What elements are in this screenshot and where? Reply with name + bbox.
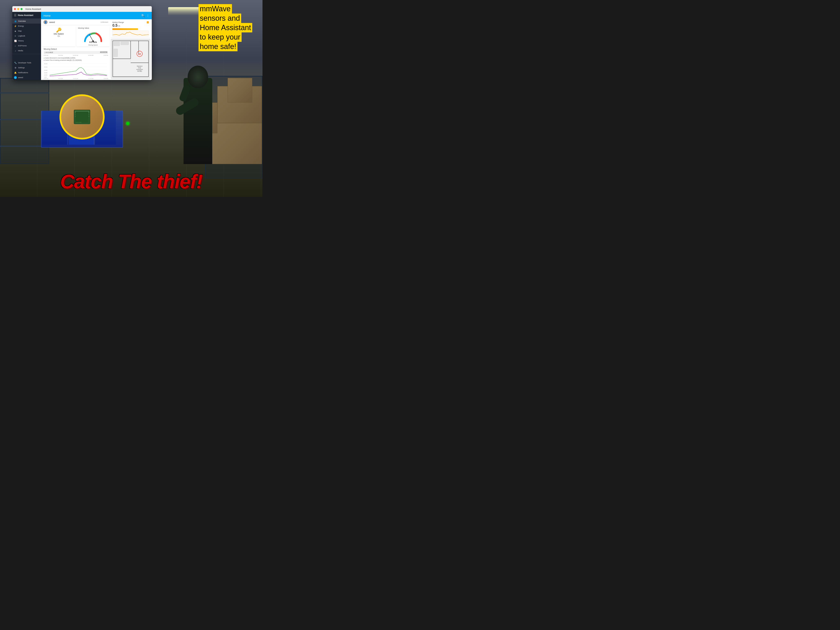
sidebar-item-user[interactable]: s seeed: [12, 75, 41, 80]
sidebar-divider: [12, 54, 41, 54]
sidebar-item-logbook[interactable]: ≡ Logbook: [12, 33, 41, 38]
svg-rect-26: [114, 42, 120, 46]
headline-line-2: sensors and: [199, 14, 241, 23]
gauge-svg: 4.5 m/s: [83, 31, 103, 43]
titlebar-title: Home Assistant: [25, 8, 41, 10]
time-labels: 6:00 AM 8:00 AM 10:00 AM 12:00 PM 2:00 P…: [44, 55, 108, 56]
cards-container: 👤 seeed Unknown 🔑 Info Switch On: [41, 19, 152, 80]
detect-chart-svg: 30,000 25,000 20,000 15,000 10,000 5,000: [44, 62, 108, 78]
time-1: 6:00 AM: [44, 55, 48, 56]
sidebar-item-devtools[interactable]: 🔧 Developer Tools: [12, 60, 41, 65]
sidebar-label-history: History: [18, 40, 24, 42]
search-icon[interactable]: 🔍: [141, 14, 145, 17]
svg-text:5,000: 5,000: [44, 76, 47, 78]
sidebar-item-notifications[interactable]: 🔔 Notifications: [12, 70, 41, 75]
chart-area: 30,000 25,000 20,000 15,000 10,000 5,000: [44, 62, 108, 78]
motion-bar: [112, 28, 138, 30]
speed-label: Moving Speed: [78, 44, 108, 46]
legend-1-text: Custom Movement to rest time(运动到静止比时间): [45, 57, 76, 58]
sidebar-item-history[interactable]: 📈 History: [12, 38, 41, 43]
bar-value: Unknown: [100, 52, 107, 53]
sidebar-label-media: Media: [18, 50, 23, 52]
legend-2: ● Custom Time of entering unmanned state…: [44, 60, 108, 61]
settings-icon: ⚙: [14, 66, 17, 69]
more-icon[interactable]: ⋮: [147, 14, 149, 17]
svg-line-0: [89, 35, 93, 41]
ha-titlebar: Home Assistant: [12, 6, 152, 12]
ceiling-light-2: [168, 7, 201, 16]
legend-green-dot: ●: [44, 57, 44, 58]
user-avatar: s: [14, 76, 17, 79]
minimize-dot[interactable]: [17, 8, 19, 10]
headline-line-4: to keep your: [199, 32, 242, 42]
green-led: [126, 122, 129, 125]
motion-title: Motion Range: [112, 21, 124, 24]
motion-header: Motion Range 📶: [112, 21, 149, 24]
sensor-circle: seeed studio: [60, 94, 104, 139]
left-main: 👤 seeed Unknown 🔑 Info Switch On: [41, 19, 111, 80]
moving-value-title: Moving Value: [78, 27, 108, 29]
user-bar: 👤 seeed Unknown: [41, 19, 111, 25]
motion-bar-container: [112, 28, 149, 30]
moving-detect-card: Moving Detect 人体运动幅度 Unknown 6:00 AM 8:0…: [42, 47, 110, 79]
notifications-icon: 🔔: [14, 71, 17, 74]
bar-label: 人体运动幅度: [44, 52, 53, 54]
sidebar-label-esphome: ESPHome: [18, 45, 27, 47]
svg-rect-27: [121, 42, 129, 45]
sidebar-label-settings: Settings: [18, 67, 25, 69]
hamburger-icon[interactable]: ☰: [14, 14, 17, 17]
svg-text:4.5 m/s: 4.5 m/s: [89, 41, 97, 43]
map-icon: ◈: [14, 30, 17, 32]
svg-text:20,000: 20,000: [44, 70, 47, 71]
sidebar-item-media[interactable]: ♪ Media: [12, 48, 41, 53]
detect-bar: 人体运动幅度 Unknown: [44, 51, 108, 54]
moving-value-card: Moving Value: [76, 26, 110, 47]
sidebar-item-esphome[interactable]: ⌂ ESPHome: [12, 43, 41, 48]
maximize-dot[interactable]: [21, 8, 22, 10]
top-cards: 🔑 Info Switch On Moving Value: [41, 25, 111, 47]
stream-svg: [112, 31, 149, 37]
sensor-board: seeed studio: [74, 110, 90, 124]
svg-text:movement: movement: [136, 69, 143, 70]
info-switch-content: 🔑 Info Switch On: [42, 26, 76, 38]
sidebar-app-name: Home Assistant: [18, 14, 33, 16]
headline-line-3: Home Assistant: [199, 23, 252, 32]
sidebar-header: ☰ Home Assistant: [12, 12, 41, 19]
switch-label: Info Switch: [54, 33, 64, 35]
legend-purple-dot: ●: [44, 60, 44, 61]
esphome-icon: ⌂: [14, 44, 17, 47]
time-5: 2:00 PM: [104, 55, 108, 56]
energy-icon: ⚡: [14, 25, 17, 27]
close-dot[interactable]: [14, 8, 16, 10]
sidebar-item-settings[interactable]: ⚙ Settings: [12, 65, 41, 70]
sidebar-item-energy[interactable]: ⚡ Energy: [12, 24, 41, 28]
motion-value: 0.5: [112, 24, 117, 28]
motion-value-area: 0.5 m: [112, 24, 149, 28]
svg-text:62: 62: [138, 52, 141, 55]
overview-icon: ▦: [14, 20, 17, 22]
ha-main-area: Home 🔍 ⋮ 👤 seeed Unknown: [41, 12, 152, 80]
switch-icon: 🔑: [56, 27, 62, 33]
user-name: seeed: [49, 21, 55, 24]
time-3: 10:00 AM: [73, 55, 78, 56]
ha-window: Home Assistant ☰ Home Assistant ▦ Overvi…: [12, 6, 152, 80]
sidebar-label-devtools: Developer Tools: [18, 62, 31, 64]
svg-text:10,000: 10,000: [44, 74, 47, 76]
sidebar-bottom: 🔧 Developer Tools ⚙ Settings 🔔 Notificat…: [12, 60, 41, 80]
time-4: 12:00 PM: [88, 55, 93, 56]
ha-content: ☰ Home Assistant ▦ Overview ⚡ Energy ◈ M…: [12, 12, 152, 80]
headline-line-5: home safe!: [199, 42, 237, 51]
shelf-bar-1: [0, 92, 49, 93]
svg-text:30,000: 30,000: [44, 63, 47, 65]
headline-overlay: mmWave sensors and Home Assistant to kee…: [199, 4, 252, 51]
right-column: Motion Range 📶 0.5 m: [111, 19, 152, 80]
svg-text:15,000: 15,000: [44, 72, 47, 73]
sidebar-item-overview[interactable]: ▦ Overview: [12, 19, 41, 24]
sidebar-label-map: Map: [18, 30, 22, 32]
ha-sidebar: ☰ Home Assistant ▦ Overview ⚡ Energy ◈ M…: [12, 12, 41, 80]
floorplan-content: 62 Standard body movement 动作数): [111, 39, 150, 79]
motion-range-content: Motion Range 📶 0.5 m: [111, 21, 150, 38]
sidebar-item-map[interactable]: ◈ Map: [12, 28, 41, 33]
logbook-icon: ≡: [14, 35, 17, 37]
stream-chart: [112, 30, 149, 37]
